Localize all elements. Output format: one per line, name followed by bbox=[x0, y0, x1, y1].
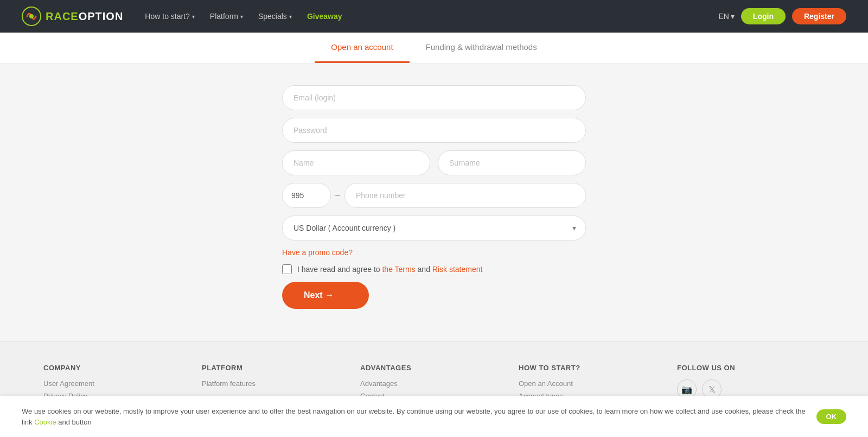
cookie-ok-button[interactable]: OK bbox=[816, 409, 847, 424]
navbar: RACEOPTION How to start? ▾ Platform ▾ Sp… bbox=[0, 0, 868, 33]
next-button[interactable]: Next → bbox=[282, 282, 369, 309]
footer-link-user-agreement[interactable]: User Agreement bbox=[43, 379, 191, 388]
nav-giveaway[interactable]: Giveaway bbox=[307, 12, 342, 21]
phone-code-field[interactable] bbox=[282, 183, 331, 208]
navbar-right: EN ▾ Login Register bbox=[718, 8, 846, 24]
svg-point-1 bbox=[29, 14, 34, 18]
nav-how-to-start[interactable]: How to start? ▾ bbox=[145, 12, 194, 21]
tab-open-account[interactable]: Open an account bbox=[315, 33, 409, 63]
agree-row: I have read and agree to the Terms and R… bbox=[282, 264, 586, 274]
phone-number-field[interactable] bbox=[344, 183, 586, 208]
name-field[interactable] bbox=[282, 150, 430, 175]
tabs-bar: Open an account Funding & withdrawal met… bbox=[0, 33, 868, 64]
nav-links: How to start? ▾ Platform ▾ Specials ▾ Gi… bbox=[145, 12, 342, 21]
chevron-down-icon: ▾ bbox=[240, 14, 243, 20]
cookie-banner: We use cookies on our website, mostly to… bbox=[0, 396, 868, 437]
name-row bbox=[282, 150, 586, 175]
footer-advantages-heading: ADVANTAGES bbox=[360, 364, 508, 372]
terms-link[interactable]: the Terms bbox=[382, 265, 415, 274]
agree-text: I have read and agree to the Terms and R… bbox=[297, 265, 482, 274]
chevron-down-icon: ▾ bbox=[192, 14, 195, 20]
tab-funding[interactable]: Funding & withdrawal methods bbox=[410, 33, 553, 63]
currency-select-wrapper: US Dollar ( Account currency ) Euro ( Ac… bbox=[282, 216, 586, 240]
registration-form: – US Dollar ( Account currency ) Euro ( … bbox=[282, 85, 586, 309]
main-content: – US Dollar ( Account currency ) Euro ( … bbox=[0, 64, 868, 341]
agree-checkbox[interactable] bbox=[282, 264, 292, 274]
password-field[interactable] bbox=[282, 118, 586, 143]
nav-platform[interactable]: Platform ▾ bbox=[210, 12, 243, 21]
promo-code-link[interactable]: Have a promo code? bbox=[282, 248, 586, 257]
logo-text: RACEOPTION bbox=[46, 10, 123, 23]
chevron-down-icon: ▾ bbox=[289, 14, 292, 20]
logo[interactable]: RACEOPTION bbox=[22, 7, 123, 26]
footer-platform-heading: PLATFORM bbox=[202, 364, 349, 372]
cookie-link[interactable]: Cookie bbox=[34, 418, 56, 426]
footer-how-heading: HOW TO START? bbox=[519, 364, 666, 372]
nav-specials[interactable]: Specials ▾ bbox=[258, 12, 292, 21]
language-selector[interactable]: EN ▾ bbox=[718, 12, 734, 21]
surname-field[interactable] bbox=[438, 150, 586, 175]
footer-follow-heading: FOLLOW US ON bbox=[677, 364, 825, 372]
register-button[interactable]: Register bbox=[792, 8, 846, 24]
footer-link-open-account[interactable]: Open an Account bbox=[519, 379, 666, 388]
phone-row: – bbox=[282, 183, 586, 208]
footer-company-heading: COMPANY bbox=[43, 364, 191, 372]
currency-select[interactable]: US Dollar ( Account currency ) Euro ( Ac… bbox=[282, 216, 586, 240]
phone-dash: – bbox=[335, 191, 340, 200]
cookie-text: We use cookies on our website, mostly to… bbox=[22, 406, 810, 427]
footer-link-advantages[interactable]: Advantages bbox=[360, 379, 508, 388]
footer-link-platform-features[interactable]: Platform features bbox=[202, 379, 349, 388]
login-button[interactable]: Login bbox=[741, 8, 786, 24]
email-field[interactable] bbox=[282, 85, 586, 110]
risk-statement-link[interactable]: Risk statement bbox=[432, 265, 483, 274]
chevron-down-icon: ▾ bbox=[731, 12, 735, 21]
